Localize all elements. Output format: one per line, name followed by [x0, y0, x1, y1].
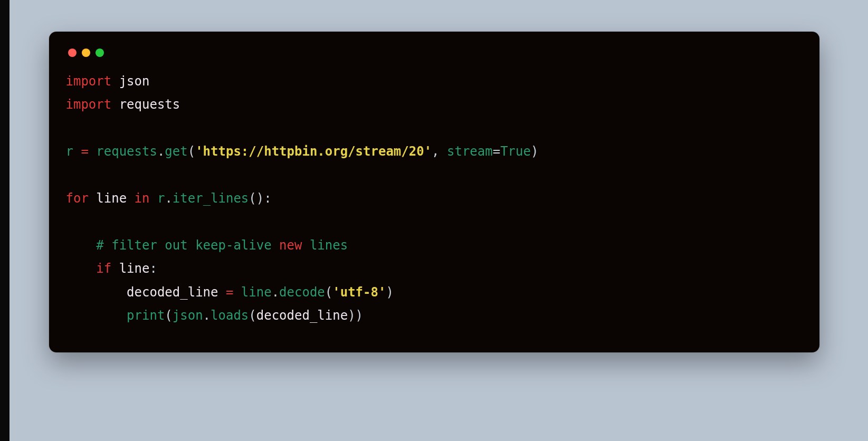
paren-close: ): [386, 285, 393, 300]
variable-r: r: [157, 191, 165, 206]
dot: .: [157, 144, 165, 159]
literal-true: True: [500, 144, 531, 159]
module-json: json: [119, 74, 150, 89]
code-block: import json import requests r = requests…: [66, 70, 803, 327]
equals: =: [493, 144, 500, 159]
comment-word-new: new: [279, 238, 302, 253]
call-requests: requests: [96, 144, 157, 159]
keyword-import: import: [66, 74, 112, 89]
variable-line: line: [96, 191, 127, 206]
window-close-icon[interactable]: [68, 49, 77, 57]
operator-assign: =: [81, 144, 88, 159]
dot: .: [203, 308, 211, 323]
keyword-in: in: [135, 191, 150, 206]
paren-open: (: [188, 144, 195, 159]
keyword-if: if: [96, 261, 111, 276]
colon: :: [149, 261, 157, 276]
window-zoom-icon[interactable]: [96, 49, 104, 57]
call-print: print: [127, 308, 165, 323]
module-json: json: [173, 308, 203, 323]
dot: .: [165, 191, 172, 206]
left-stripe: [0, 0, 9, 441]
string-utf8: 'utf-8': [332, 285, 386, 300]
string-url: 'https://httpbin.org/stream/20': [195, 144, 432, 159]
call-get: get: [165, 144, 187, 159]
call-loads: loads: [211, 308, 249, 323]
kwarg-stream: stream: [447, 144, 493, 159]
paren-open: (: [165, 308, 172, 323]
paren-close: ): [531, 144, 538, 159]
paren-close: ): [348, 308, 355, 323]
dot: .: [272, 285, 279, 300]
paren-open: (: [249, 308, 256, 323]
window-titlebar: [66, 46, 803, 70]
variable-line: line: [241, 285, 272, 300]
module-requests: requests: [119, 97, 180, 112]
call-decode: decode: [279, 285, 325, 300]
paren-close: ): [256, 191, 264, 206]
colon: :: [264, 191, 271, 206]
keyword-import: import: [66, 97, 112, 112]
variable-line: line: [119, 261, 150, 276]
operator-assign: =: [226, 285, 233, 300]
variable-decoded-line: decoded_line: [256, 308, 348, 323]
paren-close: ): [356, 308, 363, 323]
keyword-for: for: [66, 191, 89, 206]
paren-open: (: [325, 285, 332, 300]
paren-open: (: [249, 191, 256, 206]
variable-r: r: [66, 144, 73, 159]
comma: ,: [432, 144, 439, 159]
comment: # filter out keep-alive: [96, 238, 279, 253]
call-iter-lines: iter_lines: [173, 191, 249, 206]
window-minimize-icon[interactable]: [82, 49, 90, 57]
comment: lines: [302, 238, 348, 253]
code-window: import json import requests r = requests…: [49, 32, 819, 352]
variable-decoded-line: decoded_line: [127, 285, 218, 300]
